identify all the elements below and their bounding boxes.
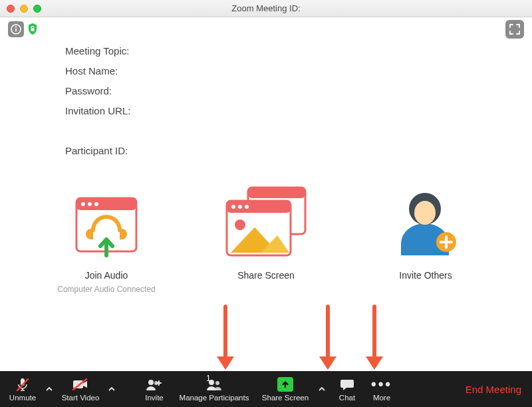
microphone-muted-icon (15, 376, 30, 392)
meeting-info-button[interactable] (8, 21, 24, 37)
participants-count-badge: 1 (206, 374, 211, 383)
share-screen-tile-label: Share Screen (206, 270, 326, 281)
manage-participants-label: Manage Participants (180, 394, 249, 402)
chat-icon (340, 376, 354, 392)
svg-point-7 (88, 202, 92, 206)
fullscreen-icon (509, 24, 520, 35)
chat-label: Chat (339, 394, 355, 402)
password-label: Password: (65, 81, 532, 101)
more-label: More (373, 394, 390, 402)
join-audio-icon (47, 186, 166, 259)
share-screen-tile[interactable]: Share Screen (206, 186, 326, 294)
unmute-label: Unmute (9, 394, 36, 402)
svg-rect-12 (227, 201, 291, 213)
meeting-info: Meeting Topic: Host Name: Password: Invi… (65, 41, 532, 161)
share-screen-button[interactable]: Share Screen (257, 371, 314, 407)
invite-others-label: Invite Others (366, 270, 485, 281)
meeting-toolbar: Unmute Start Video Invite 1 (0, 371, 532, 407)
close-window-button[interactable] (7, 5, 15, 13)
invitation-url-label: Invitation URL: (65, 101, 532, 121)
annotation-arrow (366, 305, 383, 370)
svg-rect-5 (76, 198, 136, 210)
svg-point-24 (148, 380, 154, 385)
host-name-label: Host Name: (65, 61, 532, 81)
svg-point-6 (81, 202, 85, 206)
info-icon (11, 24, 21, 35)
chevron-up-icon (318, 385, 326, 393)
encryption-icon (28, 23, 37, 35)
share-options-caret[interactable] (314, 371, 330, 407)
window-traffic-lights (7, 5, 41, 13)
join-audio-label: Join Audio (47, 270, 166, 281)
annotation-arrow (217, 305, 234, 370)
window-title: Zoom Meeting ID: (231, 3, 300, 13)
invite-others-tile[interactable]: Invite Others (366, 186, 485, 294)
video-options-caret[interactable] (104, 371, 120, 407)
minimize-window-button[interactable] (20, 5, 28, 13)
svg-point-8 (94, 202, 98, 206)
invite-button[interactable]: Invite (137, 371, 172, 407)
svg-point-18 (414, 201, 436, 225)
svg-point-16 (235, 219, 245, 230)
invite-icon (146, 376, 163, 392)
top-row (0, 17, 532, 41)
svg-rect-22 (73, 380, 83, 388)
start-video-label: Start Video (62, 394, 100, 402)
fullscreen-button[interactable] (505, 20, 524, 39)
more-icon: ••• (371, 376, 392, 392)
svg-rect-3 (31, 28, 34, 31)
manage-participants-button[interactable]: 1 Manage Participants (172, 371, 257, 407)
join-audio-tile[interactable]: Join Audio Computer Audio Connected (47, 186, 166, 294)
svg-point-1 (15, 27, 17, 28)
svg-rect-10 (248, 188, 305, 198)
titlebar: Zoom Meeting ID: (0, 0, 532, 17)
share-screen-icon (277, 376, 293, 392)
share-screen-tile-icon (206, 186, 326, 259)
svg-point-13 (231, 205, 235, 209)
more-button[interactable]: ••• More (364, 371, 399, 407)
participant-id-label: Participant ID: (65, 141, 532, 161)
camera-off-icon (72, 376, 89, 392)
svg-rect-2 (15, 29, 17, 32)
meeting-topic-label: Meeting Topic: (65, 41, 532, 61)
chevron-up-icon (108, 385, 116, 393)
share-screen-label: Share Screen (262, 394, 309, 402)
chevron-up-icon (45, 385, 53, 393)
unmute-button[interactable]: Unmute (4, 371, 41, 407)
action-tiles: Join Audio Computer Audio Connected Shar… (0, 186, 532, 294)
svg-point-15 (245, 205, 249, 209)
svg-point-27 (215, 381, 219, 385)
svg-point-14 (238, 205, 242, 209)
zoom-window-button[interactable] (33, 5, 41, 13)
annotation-arrow (319, 305, 336, 370)
invite-others-icon (366, 186, 485, 259)
start-video-button[interactable]: Start Video (57, 371, 104, 407)
chat-button[interactable]: Chat (330, 371, 364, 407)
join-audio-sub: Computer Audio Connected (47, 285, 166, 294)
invite-label: Invite (145, 394, 164, 402)
end-meeting-button[interactable]: End Meeting (466, 384, 521, 395)
audio-options-caret[interactable] (41, 371, 57, 407)
